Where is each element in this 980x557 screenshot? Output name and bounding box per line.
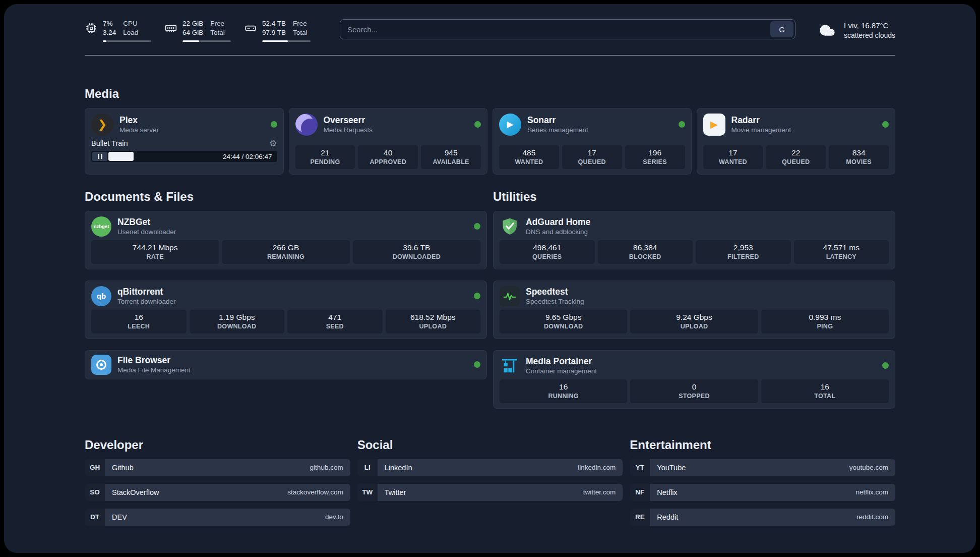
dashboard-content: 7% 3.24 CPU Load 2 <box>4 4 976 553</box>
stat-label: DOWNLOAD <box>544 322 583 331</box>
bookmark-url: youtube.com <box>849 464 888 471</box>
stat-label: REMAINING <box>267 253 304 261</box>
stat-label: DOWNLOADED <box>393 253 441 261</box>
app-card-plex[interactable]: ❯ Plex Media server Bullet Train ⚙ 24:44… <box>85 108 284 175</box>
weather-location: Lviv, 16.87°C <box>844 20 895 31</box>
stat-value: 945 <box>445 148 458 158</box>
cpu-progress-bar <box>103 40 151 42</box>
cpu-label-top: CPU <box>123 19 138 28</box>
bookmark-reddit[interactable]: RE Reddit reddit.com <box>630 509 895 526</box>
section-utilities: Utilities AdGuard Home <box>493 190 895 409</box>
app-subtitle: Container management <box>526 367 597 375</box>
memory-icon <box>164 22 177 35</box>
app-name: File Browser <box>117 355 191 366</box>
bookmark-abbr: NF <box>630 484 650 501</box>
developer-section-title: Developer <box>85 438 350 452</box>
app-card-adguard[interactable]: AdGuard Home DNS and adblocking 498,461Q… <box>493 211 895 269</box>
stat-value: 16 <box>559 382 568 392</box>
app-card-portainer[interactable]: Media Portainer Container management 16R… <box>493 350 895 409</box>
bookmark-netflix[interactable]: NF Netflix netflix.com <box>630 484 895 501</box>
bookmark-body: LinkedIn linkedin.com <box>378 459 623 476</box>
stat-value: 40 <box>384 148 392 158</box>
storage-free-value: 52.4 TB <box>262 19 286 28</box>
stat-tile: 17WANTED <box>703 145 763 169</box>
app-subtitle: Series management <box>527 126 588 134</box>
top-bar: 7% 3.24 CPU Load 2 <box>85 19 895 42</box>
sonarr-icon: ▶ <box>499 114 521 136</box>
app-card-sonarr[interactable]: ▶ Sonarr Series management 485WANTED 17Q… <box>493 108 692 175</box>
bookmark-youtube[interactable]: YT YouTube youtube.com <box>630 459 895 476</box>
status-dot <box>271 121 277 128</box>
stat-label: PENDING <box>310 158 340 166</box>
cloud-icon <box>817 22 838 38</box>
memory-label-top: Free <box>210 19 225 28</box>
app-card-overseerr[interactable]: Overseerr Media Requests 21PENDING 40APP… <box>289 108 488 175</box>
bookmark-url: reddit.com <box>856 513 888 521</box>
stat-tile: 16RUNNING <box>500 379 627 403</box>
status-dot <box>474 223 480 230</box>
bookmark-body: Twitter twitter.com <box>378 484 623 501</box>
storage-total-value: 97.9 TB <box>262 28 286 37</box>
stat-label: AVAILABLE <box>433 158 469 166</box>
bookmark-github[interactable]: GH Github github.com <box>85 459 350 476</box>
stat-label: RATE <box>147 253 164 261</box>
app-subtitle: Media File Management <box>117 366 191 374</box>
portainer-icon <box>500 356 520 376</box>
stat-label: SEED <box>326 322 344 331</box>
filebrowser-icon <box>91 355 111 375</box>
adguard-icon <box>500 216 520 237</box>
bookmark-name: YouTube <box>657 464 686 472</box>
app-card-speedtest[interactable]: Speedtest Speedtest Tracking 9.65 GbpsDO… <box>493 281 895 339</box>
bookmark-twitter[interactable]: TW Twitter twitter.com <box>357 484 623 501</box>
search-input[interactable] <box>340 20 770 39</box>
stat-label: STOPPED <box>679 392 710 401</box>
stat-tile: 945AVAILABLE <box>421 145 481 169</box>
cpu-icon <box>85 22 98 35</box>
stat-value: 39.6 TB <box>403 243 430 253</box>
gear-icon[interactable]: ⚙ <box>269 139 277 148</box>
weather-condition: scattered clouds <box>844 31 895 41</box>
section-media: Media ❯ Plex Media server Bullet Train ⚙ <box>85 87 895 175</box>
playback-time: 24:44 / 02:06:47 <box>223 152 272 160</box>
memory-progress-fill <box>182 40 199 42</box>
app-card-qbittorrent[interactable]: qb qBittorrent Torrent downloader 16LEEC… <box>85 281 487 339</box>
stat-label: RUNNING <box>548 392 578 401</box>
bookmark-name: Netflix <box>657 488 677 496</box>
app-card-nzbget[interactable]: nzbget NZBGet Usenet downloader 744.21 M… <box>85 211 487 269</box>
stat-label: QUEUED <box>578 158 606 166</box>
search-engine-button[interactable]: G <box>770 21 793 37</box>
bookmark-linkedin[interactable]: LI LinkedIn linkedin.com <box>357 459 623 476</box>
nzbget-stats: 744.21 MbpsRATE 266 GBREMAINING 39.6 TBD… <box>91 240 480 264</box>
stat-tile: 498,461QUERIES <box>500 240 595 264</box>
stat-value: 0.993 ms <box>809 312 841 322</box>
stat-label: WANTED <box>515 158 543 166</box>
stat-tile: 86,384BLOCKED <box>598 240 693 264</box>
stat-label: QUEUED <box>782 158 810 166</box>
cpu-label-bottom: Load <box>123 28 138 37</box>
stat-tile: 22QUEUED <box>766 145 826 169</box>
stat-tile: 266 GBREMAINING <box>222 240 349 264</box>
stat-label: FILTERED <box>727 253 759 261</box>
app-name: Radarr <box>731 115 791 126</box>
app-card-filebrowser[interactable]: File Browser Media File Management <box>85 350 487 379</box>
playback-progress-bar[interactable]: 24:44 / 02:06:47 <box>91 151 277 162</box>
adguard-stats: 498,461QUERIES 86,384BLOCKED 2,953FILTER… <box>500 240 889 264</box>
bookmark-stackoverflow[interactable]: SO StackOverflow stackoverflow.com <box>85 484 350 501</box>
stat-value: 86,384 <box>633 243 657 253</box>
app-name: Media Portainer <box>526 356 597 367</box>
stat-tile: 40APPROVED <box>358 145 418 169</box>
bookmark-dev[interactable]: DT DEV dev.to <box>85 509 350 526</box>
storage-progress-bar <box>262 40 311 42</box>
speedtest-stats: 9.65 GbpsDOWNLOAD 9.24 GbpsUPLOAD 0.993 … <box>500 310 889 333</box>
utilities-section-title: Utilities <box>493 190 895 204</box>
app-subtitle: Usenet downloader <box>117 228 176 236</box>
overseerr-stats: 21PENDING 40APPROVED 945AVAILABLE <box>295 145 481 169</box>
stat-label: APPROVED <box>370 158 406 166</box>
storage-label-bottom: Total <box>293 28 308 37</box>
bookmark-abbr: YT <box>630 459 650 476</box>
bookmark-url: twitter.com <box>583 488 616 496</box>
status-dot <box>474 361 480 368</box>
app-card-radarr[interactable]: ▶ Radarr Movie management 17WANTED 22QUE… <box>697 108 896 175</box>
nzbget-icon: nzbget <box>91 216 111 237</box>
pause-button[interactable] <box>92 152 107 161</box>
